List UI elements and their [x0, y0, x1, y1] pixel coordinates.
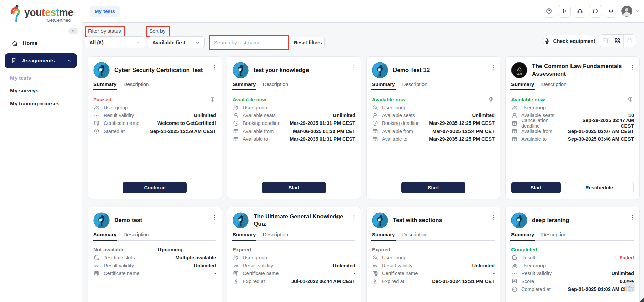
check-equipment-button[interactable]: Check equipment [543, 35, 596, 47]
row-label: User group [382, 105, 406, 110]
card-menu-kebab-icon[interactable]: ⋮ [490, 214, 497, 221]
row-value: - [214, 105, 216, 110]
sidebar-item-my-tests[interactable]: My tests [10, 75, 31, 82]
sort-select[interactable]: Available first [148, 36, 205, 48]
table-view-button[interactable] [599, 35, 611, 47]
tab-summary[interactable]: Summary [233, 231, 256, 237]
summary-row: User group- [372, 254, 495, 262]
tab-description[interactable]: Description [123, 231, 149, 237]
tab-description[interactable]: Description [402, 81, 427, 87]
tab-summary[interactable]: Summary [511, 81, 534, 87]
user-avatar[interactable] [621, 6, 632, 17]
card-menu-kebab-icon[interactable]: ⋮ [629, 214, 636, 221]
window-resize-corner [640, 298, 644, 302]
search-annotation-box [209, 35, 289, 50]
tab-summary[interactable]: Summary [93, 231, 116, 237]
row-value: Unlimited [612, 271, 634, 276]
tab-summary[interactable]: Summary [93, 81, 116, 87]
tab-description[interactable]: Description [263, 231, 288, 237]
scroll-to-top-button[interactable] [625, 282, 635, 292]
test-card: deep leraning⋮SummaryDescriptionComplete… [505, 207, 640, 302]
status-filter-value: All (8) [89, 39, 104, 45]
card-actions: StartReschedule [511, 182, 634, 193]
tab-description[interactable]: Description [541, 231, 566, 237]
row-label: Booking deadline [382, 120, 420, 126]
test-title: The Common Law Fundamentals Assessment [532, 63, 625, 78]
sidebar-item-home[interactable]: Home [0, 36, 82, 50]
calendar-clock-icon [93, 254, 100, 261]
calendar-view-button[interactable] [623, 35, 636, 47]
row-label: Available seats [382, 113, 415, 118]
user-menu-chevron-down-icon[interactable] [635, 9, 640, 14]
card-menu-kebab-icon[interactable]: ⋮ [351, 214, 357, 221]
tab-summary[interactable]: Summary [372, 81, 395, 87]
play-button[interactable] [558, 5, 571, 18]
tab-description[interactable]: Description [402, 231, 427, 237]
card-menu-kebab-icon[interactable]: ⋮ [351, 64, 357, 71]
bell-button[interactable] [605, 5, 617, 18]
sidebar-collapse-button[interactable]: « [68, 28, 78, 34]
headset-button[interactable] [574, 5, 586, 18]
sidebar-item-assignments[interactable]: Assignments [5, 53, 77, 68]
clock-icon [233, 120, 239, 127]
tab-summary[interactable]: Summary [372, 231, 395, 237]
summary-rows: User group-Result validityUnlimitedCerti… [372, 254, 495, 285]
logo-subtitle: GetCertified [20, 18, 71, 23]
main-content: Filter by status Sort by All (8) Availab… [82, 23, 644, 302]
row-label: Available from [243, 129, 274, 134]
status-filter-select[interactable]: All (8) [85, 36, 145, 48]
start-button[interactable]: Start [262, 182, 326, 193]
row-value: Welcome to GetCertified! [157, 120, 216, 126]
card-header: Test with sections [372, 207, 495, 228]
test-card: test your knowledge⋮SummaryDescriptionAv… [227, 56, 361, 199]
tab-summary[interactable]: Summary [233, 81, 256, 87]
tab-description[interactable]: Description [541, 81, 566, 87]
certificate-icon [233, 270, 239, 277]
tab-summary[interactable]: Summary [511, 231, 534, 237]
test-title: Test with sections [393, 217, 442, 224]
logo-text-part: me [59, 7, 73, 18]
chart-icon [511, 278, 518, 284]
test-logo-icon [93, 62, 110, 78]
reset-filters-button[interactable]: Reset filters [291, 37, 325, 48]
start-button[interactable]: Start [511, 182, 561, 193]
row-label: User group [243, 255, 267, 260]
chat-button[interactable] [589, 5, 602, 18]
test-title: Demo Test 12 [393, 66, 430, 74]
help-button[interactable] [543, 5, 555, 18]
row-label: Certificate name [104, 120, 139, 126]
card-header: deep leraning [511, 207, 634, 228]
search-input[interactable] [210, 36, 288, 49]
summary-row: 1Available fromMar-06-2025 01:30 PM CET [233, 127, 355, 135]
test-card: Test with sections⋮SummaryDescriptionExp… [366, 207, 500, 302]
card-menu-kebab-icon[interactable]: ⋮ [629, 64, 636, 71]
card-menu-kebab-icon[interactable]: ⋮ [490, 64, 497, 71]
summary-row: User group- [93, 104, 216, 111]
card-menu-kebab-icon[interactable]: ⋮ [211, 214, 218, 221]
users-icon [372, 254, 378, 261]
infinity-icon [372, 263, 378, 269]
play-icon [561, 8, 568, 15]
sidebar-item-my-training-courses[interactable]: My training courses [10, 101, 59, 108]
card-header: Demo Test 12 [372, 57, 495, 78]
row-label: Cancellation deadline [521, 118, 568, 129]
status-badge: Available now [372, 97, 405, 102]
breadcrumb-my-tests[interactable]: My tests [90, 6, 120, 17]
logo-text-part: you [24, 7, 42, 18]
reschedule-button[interactable]: Reschedule [565, 182, 634, 193]
test-title: test your knowledge [254, 66, 309, 74]
row-label: Expired at [382, 279, 404, 284]
sidebar-item-my-surveys[interactable]: My surveys [10, 88, 38, 95]
card-menu-kebab-icon[interactable]: ⋮ [211, 64, 218, 71]
summary-rows: ResultFailedUser group-Result validityUn… [511, 254, 634, 293]
status-badge: Not available [93, 247, 125, 252]
tab-description[interactable]: Description [263, 81, 288, 87]
card-header: Demo test [93, 207, 216, 228]
grid-view-button[interactable] [611, 35, 623, 47]
continue-button[interactable]: Continue [123, 182, 187, 193]
calendar-icon: 1 [372, 136, 378, 142]
tab-description[interactable]: Description [123, 81, 149, 87]
status-row: Available now [511, 95, 634, 103]
start-button[interactable]: Start [401, 182, 465, 193]
row-value: Dec-31-2024 12:31 PM CET [432, 279, 495, 284]
